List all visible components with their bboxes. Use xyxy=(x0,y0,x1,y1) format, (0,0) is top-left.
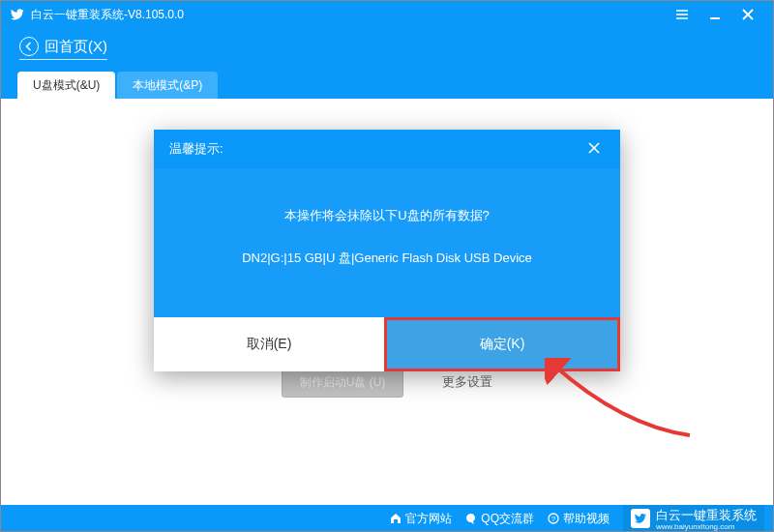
dialog-footer: 取消(E) 确定(K) xyxy=(154,317,620,371)
cancel-button[interactable]: 取消(E) xyxy=(154,317,384,371)
dialog-message: 本操作将会抹除以下U盘的所有数据? xyxy=(173,207,601,224)
dialog-body: 本操作将会抹除以下U盘的所有数据? DN2|G:|15 GB|U 盘|Gener… xyxy=(154,168,620,317)
back-home-link[interactable]: 回首页(X) xyxy=(19,37,107,60)
close-icon xyxy=(587,141,601,155)
menu-button[interactable] xyxy=(666,0,699,29)
chat-icon xyxy=(465,513,477,524)
brand-logo-icon xyxy=(631,509,650,528)
dialog-device-info: DN2|G:|15 GB|U 盘|Generic Flash Disk USB … xyxy=(173,250,601,267)
official-site-link[interactable]: 官方网站 xyxy=(390,511,452,527)
help-video-link[interactable]: ? 帮助视频 xyxy=(548,511,610,527)
close-button[interactable] xyxy=(731,0,764,29)
tab-usb-mode[interactable]: U盘模式(&U) xyxy=(17,72,115,99)
footer: 官方网站 QQ交流群 ? 帮助视频 白云一键重装系统 www.baiyunxit… xyxy=(0,505,774,532)
brand-name: 白云一键重装系统 xyxy=(656,508,757,522)
footer-brand: 白云一键重装系统 www.baiyunxitong.com xyxy=(623,505,764,532)
app-logo-icon xyxy=(10,7,25,22)
dialog-header: 温馨提示: xyxy=(154,130,620,168)
tab-local-mode[interactable]: 本地模式(&P) xyxy=(117,72,218,99)
app-title: 白云一键重装系统-V8.105.0.0 xyxy=(31,7,666,23)
ok-button[interactable]: 确定(K) xyxy=(387,320,617,369)
brand-url: www.baiyunxitong.com xyxy=(656,522,757,531)
navbar: 回首页(X) xyxy=(0,29,774,68)
home-icon xyxy=(390,513,402,524)
back-arrow-icon xyxy=(19,37,39,56)
svg-text:?: ? xyxy=(551,515,556,523)
help-icon: ? xyxy=(548,513,559,524)
tabs: U盘模式(&U) 本地模式(&P) xyxy=(0,68,774,99)
ok-button-highlight: 确定(K) xyxy=(384,317,620,371)
titlebar: 白云一键重装系统-V8.105.0.0 xyxy=(0,0,774,29)
qq-group-link[interactable]: QQ交流群 xyxy=(465,511,534,527)
minimize-button[interactable] xyxy=(699,0,731,29)
dialog-close-button[interactable] xyxy=(583,137,605,162)
back-home-label: 回首页(X) xyxy=(45,38,107,56)
modal-overlay: 温馨提示: 本操作将会抹除以下U盘的所有数据? DN2|G:|15 GB|U 盘… xyxy=(0,99,774,505)
confirm-dialog: 温馨提示: 本操作将会抹除以下U盘的所有数据? DN2|G:|15 GB|U 盘… xyxy=(154,130,620,371)
dialog-title: 温馨提示: xyxy=(169,140,223,158)
